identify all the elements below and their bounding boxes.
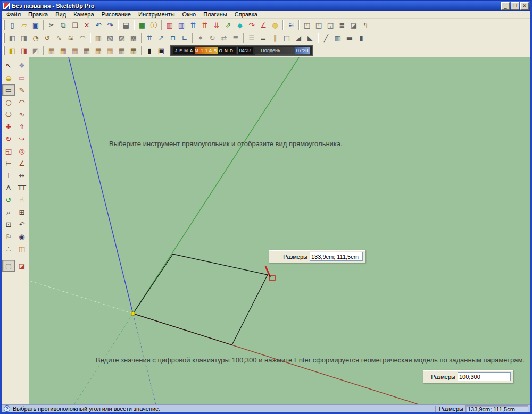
print-icon[interactable]: ▤ — [120, 20, 132, 30]
zoom-extents-icon[interactable]: ⊡ — [2, 218, 15, 230]
roof-icon[interactable]: ◣ — [304, 32, 316, 43]
position-camera-icon[interactable]: ⚐ — [2, 231, 15, 242]
menu-camera[interactable]: Камера — [70, 11, 97, 18]
wood-panel-icon-1[interactable]: ▦ — [46, 45, 57, 56]
dimensions-icon[interactable]: ↔ — [15, 170, 28, 181]
text-icon[interactable]: A — [2, 182, 15, 193]
arrows-down-red-icon[interactable]: ⇊ — [211, 20, 222, 30]
front-box-icon[interactable]: ◲ — [325, 20, 336, 30]
pan-hand-icon[interactable]: ☝ — [15, 194, 28, 206]
shadow-date-slider[interactable]: J F M A M J J A S O N D — [173, 47, 236, 54]
wood-panel-icon-6[interactable]: ▦ — [104, 45, 116, 56]
spiral-icon[interactable]: ↻ — [206, 32, 218, 43]
red-angle-icon[interactable]: ∠ — [257, 20, 269, 30]
wood-panel-icon-7[interactable]: ▦ — [116, 45, 128, 56]
maximize-button[interactable]: ❐ — [511, 2, 519, 10]
toolbar-grip[interactable] — [3, 33, 5, 43]
diagonal-lines-icon[interactable]: ╱ — [320, 32, 332, 43]
dimensions-input[interactable] — [310, 252, 363, 261]
red-cube-icon[interactable]: ◨ — [18, 45, 30, 56]
mirror-icon[interactable]: ⇄ — [218, 32, 230, 43]
zoom-icon[interactable]: ⌕ — [2, 206, 15, 218]
corner-icon[interactable]: ∟ — [179, 32, 190, 43]
pipe-icon[interactable]: ⊓ — [167, 32, 179, 43]
drawing-canvas[interactable]: Выберите инструмент прямоугольник и отоб… — [29, 57, 530, 404]
wave-icon[interactable]: ≋ — [65, 32, 77, 43]
dimensions-input-2[interactable] — [458, 372, 511, 381]
stairs-dense-icon[interactable]: ≡ — [257, 32, 269, 43]
stairs-icon[interactable]: ☰ — [246, 32, 257, 43]
protractor-icon[interactable]: ∠ — [15, 157, 28, 169]
menu-help[interactable]: Справка — [231, 11, 261, 18]
info-icon[interactable]: ⓘ — [148, 20, 160, 30]
open-folder-icon[interactable]: ▱ — [18, 20, 30, 30]
camera-dark-icon[interactable]: ▣ — [155, 45, 167, 56]
face-icon[interactable]: ◧ — [6, 32, 18, 43]
red-hook-icon[interactable]: ↷ — [246, 20, 257, 30]
plane-hatch-icon[interactable]: ▧ — [104, 32, 116, 43]
extrude-angle-icon[interactable]: ↗ — [155, 32, 167, 43]
green-cube-icon[interactable]: ■ — [136, 20, 148, 30]
menu-plugins[interactable]: Плагины — [200, 11, 231, 18]
extrude-up-icon[interactable]: ⇈ — [144, 32, 155, 43]
plane-grid-icon[interactable]: ▦ — [93, 32, 104, 43]
wood-panel-icon-3[interactable]: ▦ — [69, 45, 81, 56]
rotate-icon[interactable]: ↻ — [2, 133, 15, 145]
arc-icon[interactable]: ◠ — [15, 96, 28, 108]
array-icon[interactable]: ≣ — [230, 32, 242, 43]
columns-red-green-icon[interactable]: ▥ — [164, 20, 176, 30]
make-component-icon[interactable]: ❖ — [15, 60, 28, 71]
menu-file[interactable]: Файл — [3, 11, 24, 18]
polygon-icon[interactable]: ⎔ — [2, 108, 15, 120]
tape-measure-icon[interactable]: ⊢ — [2, 157, 15, 169]
delete-icon[interactable]: ✕ — [81, 20, 93, 30]
text-3d-icon[interactable]: TT — [15, 182, 28, 193]
push-pull-icon[interactable]: ⇧ — [15, 121, 28, 132]
arrows-up-red-icon[interactable]: ⇈ — [199, 20, 211, 30]
wood-panel-icon-2[interactable]: ▦ — [57, 45, 69, 56]
shadow-time-slider[interactable]: Полдень 07:28 — [255, 47, 310, 55]
menu-view[interactable]: Вид — [52, 11, 70, 18]
toolbar-grip[interactable] — [3, 20, 5, 30]
top-box-icon[interactable]: ◳ — [313, 20, 325, 30]
copy-icon[interactable]: ⧉ — [57, 20, 69, 30]
freehand-icon[interactable]: ∿ — [15, 108, 28, 120]
plane-dots-icon[interactable]: ▩ — [128, 32, 139, 43]
face-flip-icon[interactable]: ◨ — [18, 32, 30, 43]
orbit-icon[interactable]: ↺ — [2, 194, 15, 206]
undo-icon[interactable]: ↶ — [93, 20, 104, 30]
cyan-diamond-icon[interactable]: ◆ — [234, 20, 246, 30]
section-display-icon[interactable]: ▢ — [2, 260, 15, 272]
curve-icon[interactable]: ∿ — [53, 32, 65, 43]
ramp-icon[interactable]: ◢ — [293, 32, 304, 43]
yellow-cube-icon[interactable]: ◧ — [6, 45, 18, 56]
close-button[interactable]: ✕ — [520, 2, 529, 10]
menu-edit[interactable]: Правка — [24, 11, 52, 18]
arc-segment-icon[interactable]: ◔ — [30, 32, 41, 43]
paste-icon[interactable]: ❏ — [69, 20, 81, 30]
wood-panel-icon-8[interactable]: ▦ — [128, 45, 139, 56]
look-around-icon[interactable]: ◉ — [15, 231, 28, 242]
follow-me-icon[interactable]: ↪ — [15, 133, 28, 145]
iso-box-icon[interactable]: ◰ — [301, 20, 313, 30]
scale-icon[interactable]: ◱ — [2, 145, 15, 157]
circle-icon[interactable]: ○ — [2, 96, 15, 108]
shell-icon[interactable]: ◠ — [77, 32, 88, 43]
fence-icon[interactable]: ∥ — [269, 32, 281, 43]
previous-view-icon[interactable]: ↶ — [15, 218, 28, 230]
column-icon[interactable]: ▮ — [355, 32, 367, 43]
green-diagonal-icon[interactable]: ⇗ — [222, 20, 234, 30]
new-document-icon[interactable]: ▯ — [6, 20, 18, 30]
red-section-icon[interactable]: ◪ — [15, 260, 28, 272]
waves-icon[interactable]: ≋ — [285, 20, 297, 30]
columns-blue-icon[interactable]: ▥ — [176, 20, 187, 30]
stacked-layers-icon[interactable]: ≣ — [336, 20, 348, 30]
offset-icon[interactable]: ◎ — [15, 145, 28, 157]
box-arrow-icon[interactable]: ↰ — [360, 20, 371, 30]
menu-draw[interactable]: Рисование — [98, 11, 135, 18]
arrows-up-blue-icon[interactable]: ⇈ — [187, 20, 199, 30]
status-dims-value[interactable]: 133,9cm; 111,5cm — [466, 405, 528, 412]
move-icon[interactable]: ✚ — [2, 121, 15, 132]
dark-tool-icon[interactable]: ▮ — [144, 45, 155, 56]
beam-icon[interactable]: ▬ — [344, 32, 355, 43]
